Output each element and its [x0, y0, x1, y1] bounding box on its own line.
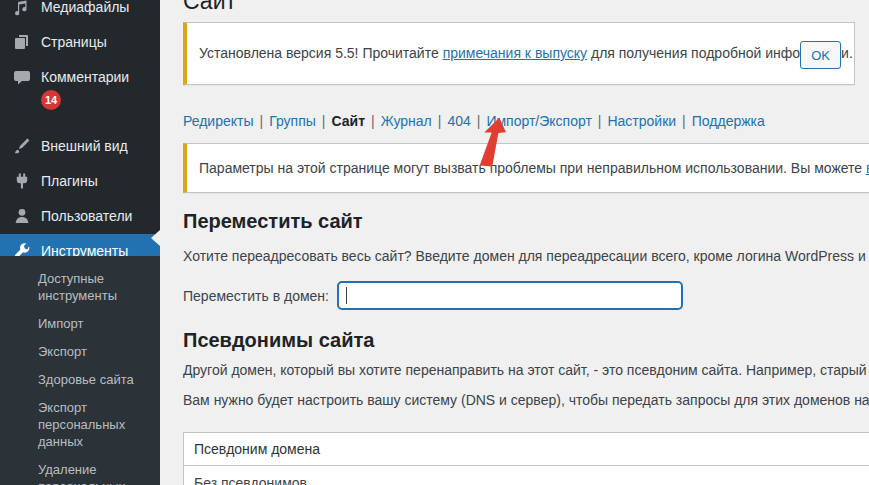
sidebar-item-label: Медиафайлы	[41, 0, 129, 16]
submenu-item-site-health[interactable]: Здоровье сайта	[0, 366, 160, 394]
menu-separator	[0, 118, 160, 129]
relocate-heading: Переместить сайт	[183, 210, 363, 233]
sidebar-item-label: Плагины	[41, 172, 98, 190]
tab-separator: |	[371, 113, 375, 129]
tab-options[interactable]: Настройки	[607, 113, 676, 129]
tab-redirects[interactable]: Редиректы	[183, 113, 254, 129]
tab-support[interactable]: Поддержка	[692, 113, 765, 129]
update-notice: Установлена версия 5.5! Прочитайте приме…	[183, 22, 855, 85]
submenu-item-export-personal-data[interactable]: Экспорт персональных данных	[0, 394, 160, 456]
relocate-description: Хотите переадресовать весь сайт? Введите…	[183, 248, 869, 264]
aliases-table-header: Псевдоним домена	[184, 433, 869, 466]
sidebar-item-label: Внешний вид	[41, 137, 128, 155]
tools-submenu: Доступные инструменты Импорт Экспорт Здо…	[0, 256, 160, 485]
sidebar-item-label: Страницы	[41, 33, 107, 51]
comments-count-badge: 14	[41, 90, 61, 110]
sidebar-item-label: Комментарии	[41, 68, 129, 86]
update-notice-text: Установлена версия 5.5! Прочитайте	[199, 45, 443, 61]
wordpress-admin-page: { "colors": { "accent_blue": "#2271b1", …	[0, 0, 869, 485]
admin-menu: Медиафайлы Страницы Комментарии 14 Внешн…	[0, 0, 160, 269]
release-notes-link[interactable]: примечания к выпуску	[443, 45, 587, 61]
tab-log[interactable]: Журнал	[381, 113, 432, 129]
sidebar-item-comments[interactable]: Комментарии 14	[0, 60, 160, 118]
submenu-item-available-tools[interactable]: Доступные инструменты	[0, 265, 160, 310]
text-caret	[346, 287, 347, 304]
users-icon	[12, 206, 32, 226]
aliases-table: Псевдоним домена Без псевдонимов	[183, 432, 869, 485]
tab-separator: |	[322, 113, 326, 129]
warning-notice: Параметры на этой странице могут вызвать…	[183, 143, 869, 193]
tab-separator: |	[260, 113, 264, 129]
admin-content: Сайт Установлена версия 5.5! Прочитайте …	[160, 0, 869, 485]
aliases-description-2: Вам нужно будет настроить вашу систему (…	[183, 392, 869, 408]
tab-separator: |	[598, 113, 602, 129]
relocate-form-row: Переместить в домен:	[183, 281, 683, 310]
relocate-domain-label: Переместить в домен:	[183, 288, 329, 304]
tab-groups[interactable]: Группы	[269, 113, 316, 129]
submenu-item-export[interactable]: Экспорт	[0, 338, 160, 366]
sidebar-item-pages[interactable]: Страницы	[0, 25, 160, 60]
tab-separator: |	[682, 113, 686, 129]
appearance-icon	[12, 136, 32, 156]
sidebar-item-users[interactable]: Пользователи	[0, 199, 160, 234]
comments-icon	[12, 67, 32, 87]
submenu-item-import[interactable]: Импорт	[0, 310, 160, 338]
warning-notice-text: Параметры на этой странице могут вызвать…	[199, 160, 866, 176]
media-icon	[12, 0, 32, 17]
sidebar-item-plugins[interactable]: Плагины	[0, 164, 160, 199]
submenu-item-erase-personal-data[interactable]: Удаление персональных данных	[0, 456, 160, 485]
pages-icon	[12, 32, 32, 52]
page-title: Сайт	[183, 0, 236, 15]
tab-separator: |	[438, 113, 442, 129]
red-annotation-arrow-icon	[473, 113, 513, 173]
sidebar-item-appearance[interactable]: Внешний вид	[0, 129, 160, 164]
sidebar-item-label: Пользователи	[41, 207, 132, 225]
plugins-icon	[12, 171, 32, 191]
active-menu-arrow	[151, 230, 160, 246]
aliases-description-1: Другой домен, который вы хотите перенапр…	[183, 362, 869, 378]
tab-404[interactable]: 404	[447, 113, 470, 129]
relocate-domain-input[interactable]	[337, 281, 683, 310]
sidebar-item-media[interactable]: Медиафайлы	[0, 0, 160, 25]
admin-sidebar: Медиафайлы Страницы Комментарии 14 Внешн…	[0, 0, 160, 485]
ok-button[interactable]: OK	[800, 41, 841, 69]
aliases-heading: Псевдонимы сайта	[183, 329, 374, 352]
tab-site-active[interactable]: Сайт	[331, 113, 365, 129]
aliases-table-empty-row: Без псевдонимов	[184, 466, 869, 485]
